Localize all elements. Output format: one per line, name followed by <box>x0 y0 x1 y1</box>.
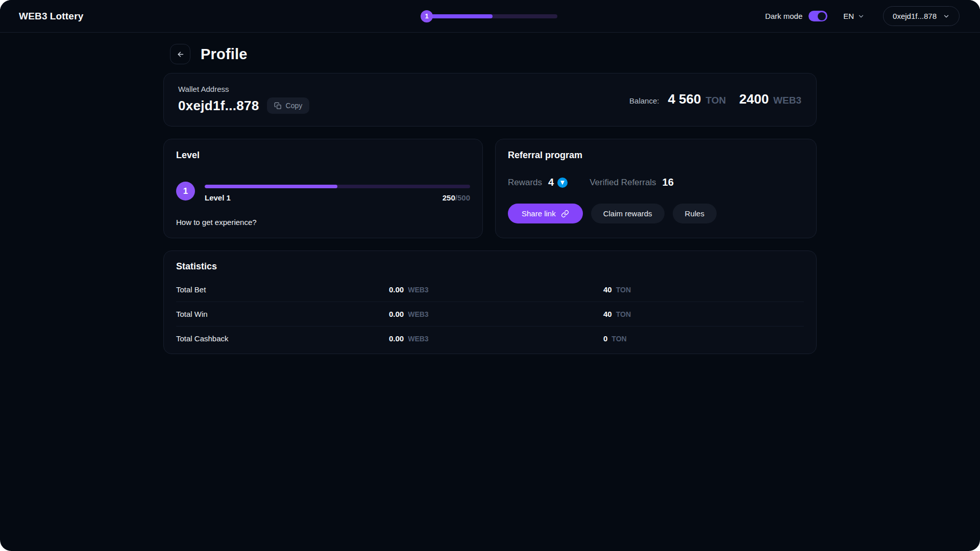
link-icon <box>561 210 569 218</box>
statistics-card: Statistics Total Bet 0.00WEB3 40TON Tota… <box>163 251 817 354</box>
row-label: Total Win <box>176 310 389 318</box>
level-card-title: Level <box>176 150 470 161</box>
arrow-left-icon <box>176 50 185 59</box>
logo-web3: WEB3 <box>19 11 47 22</box>
chevron-down-icon <box>857 13 865 20</box>
row-web3-value: 0.00WEB3 <box>389 285 603 294</box>
toggle-knob <box>818 12 826 20</box>
balance-web3-amount: 2400 <box>739 91 769 107</box>
logo-lottery: Lottery <box>50 11 84 22</box>
rewards-label: Rewards <box>508 178 542 188</box>
navbar-progress-track <box>430 14 557 18</box>
navbar-right-controls: Dark mode EN 0xejd1f...878 <box>765 6 960 26</box>
dark-mode-label: Dark mode <box>765 12 802 20</box>
row-ton-value: 0TON <box>603 334 804 343</box>
profile-page: Profile Wallet Address 0xejd1f...878 Cop… <box>163 33 817 354</box>
wallet-dropdown[interactable]: 0xejd1f...878 <box>883 6 960 26</box>
app-window: WEB3 Lottery 1 Dark mode EN 0xejd1f...87… <box>0 0 980 551</box>
page-header: Profile <box>163 44 817 64</box>
row-web3-value: 0.00WEB3 <box>389 310 603 318</box>
balance-ton-unit: TON <box>705 95 726 106</box>
row-label: Total Bet <box>176 285 389 294</box>
wallet-address-label: Wallet Address <box>178 85 309 93</box>
share-link-button[interactable]: Share link <box>508 204 583 223</box>
wallet-address-card: Wallet Address 0xejd1f...878 Copy Balanc… <box>163 73 817 127</box>
balance-ton: 4 560 TON <box>668 91 726 107</box>
page-title: Profile <box>201 46 248 63</box>
balance-ton-amount: 4 560 <box>668 91 701 107</box>
navbar-level-badge: 1 <box>421 10 433 22</box>
level-progress-fill <box>205 185 337 188</box>
verified-referrals-value: 16 <box>663 177 674 188</box>
back-button[interactable] <box>170 44 190 64</box>
balance-label: Balance: <box>629 96 659 105</box>
wallet-address-block: Wallet Address 0xejd1f...878 Copy <box>178 85 309 114</box>
level-name: Level 1 <box>205 193 231 202</box>
copy-icon <box>274 102 282 110</box>
share-link-label: Share link <box>522 209 556 218</box>
level-xp: 250/500 <box>443 193 470 202</box>
balance-web3: 2400 WEB3 <box>739 91 801 107</box>
level-card: Level 1 Level 1 250/500 <box>163 139 483 238</box>
row-ton-value: 40TON <box>603 285 804 294</box>
wallet-dropdown-address: 0xejd1f...878 <box>893 12 937 20</box>
table-row-total-bet: Total Bet 0.00WEB3 40TON <box>176 277 804 302</box>
row-label: Total Cashback <box>176 334 389 343</box>
xp-total: /500 <box>455 193 470 202</box>
referral-stats: Rewards 4 Verified Referrals 16 <box>508 177 804 188</box>
xp-current: 250 <box>443 193 455 202</box>
navbar-level-progress: 1 <box>421 10 557 22</box>
app-logo[interactable]: WEB3 Lottery <box>19 11 84 22</box>
row-ton-value: 40TON <box>603 310 804 318</box>
table-row-total-cashback: Total Cashback 0.00WEB3 0TON <box>176 326 804 350</box>
verified-referrals-label: Verified Referrals <box>590 178 656 188</box>
balance-block: Balance: 4 560 TON 2400 WEB3 <box>629 91 801 107</box>
table-row-total-win: Total Win 0.00WEB3 40TON <box>176 302 804 326</box>
level-badge: 1 <box>176 182 195 201</box>
rewards-value: 4 <box>548 177 554 188</box>
chevron-down-icon <box>943 13 950 20</box>
referral-program-card: Referral program Rewards 4 Verified Refe… <box>495 139 817 238</box>
language-label: EN <box>843 12 854 20</box>
how-to-get-experience-link[interactable]: How to get experience? <box>176 218 257 227</box>
rules-button[interactable]: Rules <box>673 204 717 223</box>
level-progress-track <box>205 185 470 188</box>
statistics-table: Total Bet 0.00WEB3 40TON Total Win 0.00W… <box>176 277 804 350</box>
balance-web3-unit: WEB3 <box>773 95 801 106</box>
copy-button[interactable]: Copy <box>267 97 310 114</box>
ton-coin-icon <box>557 178 568 188</box>
navbar-progress-fill <box>430 14 493 18</box>
top-navbar: WEB3 Lottery 1 Dark mode EN 0xejd1f...87… <box>0 0 980 33</box>
statistics-title: Statistics <box>176 261 804 272</box>
row-web3-value: 0.00WEB3 <box>389 334 603 343</box>
referral-card-title: Referral program <box>508 150 804 161</box>
dark-mode-toggle[interactable] <box>808 11 827 21</box>
referral-buttons: Share link Claim rewards Rules <box>508 204 804 223</box>
claim-rewards-button[interactable]: Claim rewards <box>591 204 665 223</box>
copy-button-label: Copy <box>286 102 303 110</box>
cards-row: Level 1 Level 1 250/500 <box>163 139 817 238</box>
language-selector[interactable]: EN <box>843 12 865 20</box>
wallet-address-value: 0xejd1f...878 <box>178 98 259 114</box>
